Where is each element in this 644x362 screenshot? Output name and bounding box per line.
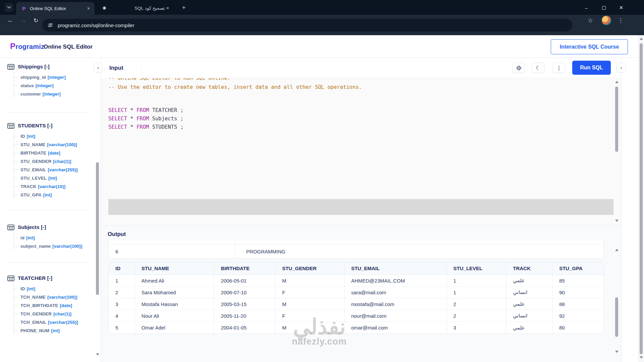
tab-input[interactable]: Input bbox=[102, 58, 142, 78]
table-row: 5Omar Adel2004-01-05Momar@mail.com3علمي8… bbox=[109, 322, 604, 334]
url-text: programiz.com/sql/online-compiler bbox=[58, 22, 134, 28]
sql-code-editor[interactable]: -- Online SQL Editor to Run SQL online.-… bbox=[101, 78, 621, 225]
column-type: [integer] bbox=[48, 75, 66, 80]
sidebar-table-teatcher[interactable]: TEATCHER [-] bbox=[7, 274, 78, 283]
column-header-stu_email: STU_EMAIL bbox=[344, 262, 447, 275]
table-header-row: IDSTU_NAMEBIRTHDATESTU_GENDERSTU_EMAILST… bbox=[109, 262, 604, 275]
collapse-right-panel-button[interactable]: ‹ bbox=[616, 63, 626, 72]
forward-button[interactable]: → bbox=[18, 17, 28, 24]
programiz-logo[interactable]: Programiz bbox=[10, 42, 44, 51]
table-cell: Mostafa Hassan bbox=[135, 298, 214, 310]
scrollbar-thumb[interactable] bbox=[640, 43, 643, 354]
column-name: TCH_BIRTHDATE bbox=[20, 303, 58, 308]
table-name: Shippings [-] bbox=[18, 64, 50, 70]
editor-menu-button[interactable]: ⋮ bbox=[553, 63, 565, 73]
tab-strip: P Online SQL Editor × ✳ تصحيح كود SQL × … bbox=[0, 0, 644, 15]
sidebar-column-phone_num: PHONE_NUM[int] bbox=[14, 326, 78, 335]
sidebar-column-subject_name: subject_name[varchar(100)] bbox=[14, 242, 82, 250]
tab-close-icon[interactable]: × bbox=[165, 5, 170, 11]
site-header bbox=[0, 35, 644, 58]
schema-sidebar: Shippings [-]shipping_id[integer]status[… bbox=[0, 58, 101, 362]
scroll-up-arrow[interactable] bbox=[640, 38, 643, 40]
browser-menu-icon[interactable]: ⋮ bbox=[618, 17, 624, 24]
address-bar[interactable]: programiz.com/sql/online-compiler bbox=[42, 19, 572, 32]
window-minimize-button[interactable]: – bbox=[580, 3, 593, 12]
sidebar-column-id: ID[int] bbox=[14, 285, 78, 293]
code-token: SELECT bbox=[108, 124, 127, 130]
table-cell: 2006-05-01 bbox=[214, 275, 275, 287]
code-token: FROM bbox=[137, 116, 149, 122]
table-cell: 2005-11-20 bbox=[214, 310, 275, 322]
interactive-sql-course-button[interactable]: Interactive SQL Course bbox=[551, 39, 628, 54]
openai-favicon: ✳ bbox=[101, 5, 107, 11]
window-maximize-button[interactable] bbox=[597, 3, 610, 12]
table-cell: omar@mail.com bbox=[344, 322, 447, 334]
scroll-up-arrow[interactable] bbox=[615, 249, 619, 251]
window-close-button[interactable]: ✕ bbox=[614, 3, 628, 12]
tab-online-sql-editor[interactable]: P Online SQL Editor × bbox=[16, 2, 95, 15]
code-token: FROM bbox=[137, 107, 149, 113]
chevron-down-icon bbox=[7, 6, 11, 9]
reload-button[interactable]: ↻ bbox=[31, 17, 41, 24]
page-scrollbar[interactable] bbox=[638, 35, 644, 362]
table-row: 6 PROGRAMMING bbox=[109, 244, 604, 258]
scrollbar-thumb[interactable] bbox=[615, 86, 618, 152]
code-line: -- Online SQL Editor to Run SQL online. bbox=[108, 78, 230, 82]
column-type: [varchar(100)] bbox=[47, 142, 77, 147]
code-token: SELECT bbox=[108, 116, 127, 122]
table-cell: M bbox=[275, 298, 344, 310]
sidebar-column-shipping_id: shipping_id[integer] bbox=[14, 73, 66, 81]
sidebar-column-tch_gender: TCH_GENDER[char(1)] bbox=[14, 310, 78, 318]
sidebar-table-shippings[interactable]: Shippings [-] bbox=[7, 62, 66, 71]
table-cell: علمي bbox=[506, 322, 552, 334]
column-name: status bbox=[20, 83, 34, 88]
table-cell: 92 bbox=[552, 310, 604, 322]
back-button[interactable]: ← bbox=[5, 17, 15, 24]
scroll-down-arrow[interactable] bbox=[96, 353, 99, 356]
sidebar-section-teatcher: TEATCHER [-]ID[int]TCH_NAME[varchar(100)… bbox=[7, 274, 78, 335]
moon-icon: ☾ bbox=[536, 65, 540, 71]
column-header-track: TRACK bbox=[506, 262, 552, 275]
profile-avatar[interactable] bbox=[602, 16, 611, 25]
chevron-left-icon: ‹ bbox=[97, 65, 99, 70]
column-name: ID bbox=[20, 286, 25, 291]
run-sql-button[interactable]: Run SQL bbox=[572, 61, 611, 75]
table-cell: 3 bbox=[447, 322, 506, 334]
table-cell: 88 bbox=[552, 298, 604, 310]
scroll-down-arrow[interactable] bbox=[615, 220, 619, 222]
table-cell: PROGRAMMING bbox=[235, 249, 285, 254]
table-cell: 2004-01-05 bbox=[214, 322, 275, 334]
sidebar-table-students[interactable]: STUDENTS [-] bbox=[7, 121, 78, 130]
code-token: Subjects ; bbox=[149, 116, 183, 122]
dark-mode-toggle[interactable]: ☾ bbox=[532, 63, 544, 73]
column-list: id[int]subject_name[varchar(100)] bbox=[13, 232, 82, 250]
collapse-sidebar-button[interactable]: ‹ bbox=[94, 63, 102, 72]
column-header-stu_gpa: STU_GPA bbox=[552, 262, 604, 275]
scrollbar-thumb[interactable] bbox=[615, 297, 618, 337]
scroll-down-arrow[interactable] bbox=[640, 356, 643, 359]
new-tab-button[interactable]: + bbox=[180, 4, 188, 12]
tab-close-icon[interactable]: × bbox=[86, 5, 91, 12]
table-cell: 6 bbox=[109, 245, 235, 258]
column-list: shipping_id[integer]status[integer]custo… bbox=[13, 71, 66, 98]
column-name: id bbox=[20, 235, 24, 240]
tab-search-button[interactable] bbox=[5, 3, 13, 12]
sidebar-table-subjects[interactable]: Subjects [-] bbox=[7, 223, 82, 232]
scrollbar-thumb[interactable] bbox=[96, 162, 99, 295]
table-cell: AHMED@23MAIL.COM bbox=[344, 275, 447, 287]
tab-sql-correction[interactable]: ✳ تصحيح كود SQL × bbox=[98, 3, 173, 13]
column-header-stu_name: STU_NAME bbox=[135, 262, 214, 275]
scroll-down-arrow[interactable] bbox=[615, 351, 619, 353]
table-icon bbox=[7, 123, 14, 129]
scroll-up-arrow[interactable] bbox=[615, 81, 619, 83]
table-cell: 2 bbox=[109, 287, 135, 298]
logo-p: P bbox=[10, 42, 15, 51]
restore-icon bbox=[602, 6, 606, 10]
fullscreen-button[interactable] bbox=[513, 63, 525, 73]
site-settings-icon bbox=[48, 22, 53, 28]
sidebar-column-stu_gpa: STU_GPA[int] bbox=[14, 191, 78, 199]
bookmark-star-icon[interactable]: ☆ bbox=[588, 17, 593, 24]
students-result-table: IDSTU_NAMEBIRTHDATESTU_GENDERSTU_EMAILST… bbox=[108, 262, 604, 334]
column-type: [varchar(10)] bbox=[38, 184, 65, 189]
column-name: ID bbox=[20, 134, 25, 139]
